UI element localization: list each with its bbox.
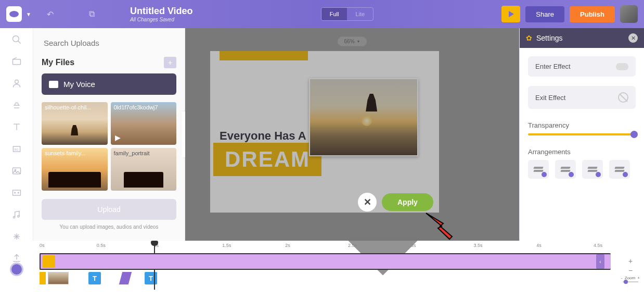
none-icon: [618, 92, 628, 103]
svg-point-14: [13, 216, 15, 218]
clip-text[interactable]: T: [88, 272, 101, 284]
settings-panel: ✿ Settings ✕ Enter Effect Exit Effect Tr…: [519, 28, 644, 241]
tool-rail: BG: [0, 28, 33, 241]
arrange-front-button[interactable]: [528, 160, 549, 179]
folder-icon: [49, 81, 58, 88]
svg-point-0: [12, 36, 19, 42]
arrange-back-button[interactable]: [609, 160, 630, 179]
clip-image[interactable]: [48, 272, 69, 284]
my-files-heading: My Files: [42, 58, 74, 67]
svg-rect-2: [12, 59, 20, 65]
copy-icon[interactable]: ⧉: [89, 9, 95, 19]
mode-full[interactable]: Full: [321, 8, 347, 20]
text-icon[interactable]: [11, 122, 22, 132]
zoom-out-button[interactable]: −: [628, 266, 633, 275]
transparency-slider[interactable]: [528, 133, 636, 135]
upload-note: You can upload images, audios and videos: [42, 224, 176, 230]
zoom-in-button[interactable]: +: [628, 257, 633, 265]
publish-button[interactable]: Publish: [570, 6, 615, 22]
search-uploads-input[interactable]: [42, 34, 176, 54]
svg-point-12: [14, 192, 15, 193]
timeline-track-scene[interactable]: ‹: [40, 253, 611, 270]
upload-thumb[interactable]: silhouette-of-chil...: [42, 102, 108, 145]
close-settings-button[interactable]: ✕: [628, 33, 638, 43]
scene-thumb: [43, 255, 55, 268]
undo-icon[interactable]: ↶: [47, 9, 54, 19]
arrange-forward-button[interactable]: [555, 160, 576, 179]
arrangements-label: Arrangements: [528, 148, 636, 156]
background-icon[interactable]: BG: [11, 144, 22, 154]
svg-point-15: [17, 216, 19, 217]
apply-button[interactable]: Apply: [382, 193, 433, 211]
chevron-down-icon[interactable]: ▼: [26, 11, 31, 17]
timeline-ruler[interactable]: 0s 0.5s 1s 1.5s 2s 2.5s 3s 3.5s 4s 4.5s: [40, 243, 611, 251]
track-handle[interactable]: ‹: [596, 254, 604, 269]
upload-thumb[interactable]: sunsets-family...: [42, 148, 108, 191]
timeline-track-elements[interactable]: T T: [40, 272, 611, 284]
gear-icon: ✿: [526, 34, 532, 42]
effects-icon[interactable]: [11, 231, 22, 242]
clip-text[interactable]: T: [145, 272, 157, 284]
settings-title: Settings: [536, 34, 563, 42]
cancel-button[interactable]: ✕: [358, 193, 377, 212]
play-icon: ▶: [115, 133, 121, 142]
arrow-pointer-icon: [423, 210, 460, 242]
props-icon[interactable]: [11, 100, 22, 110]
timeline-avatar-icon[interactable]: [10, 263, 23, 276]
share-button[interactable]: Share: [525, 6, 564, 22]
add-folder-button[interactable]: +: [164, 57, 176, 68]
scenes-icon[interactable]: [11, 56, 22, 67]
search-icon[interactable]: [11, 34, 22, 45]
project-title[interactable]: Untitled Video: [130, 6, 193, 17]
canvas[interactable]: 66%▼ Everyone Has A DREAM ✕ Apply: [185, 28, 519, 241]
app-logo[interactable]: [6, 6, 22, 22]
svg-line-1: [18, 41, 20, 44]
play-button[interactable]: [501, 6, 520, 22]
clip-transition[interactable]: [119, 272, 132, 284]
exit-effect-row[interactable]: Exit Effect: [528, 86, 636, 109]
save-status: All Changes Saved: [130, 17, 193, 22]
enter-effect-row[interactable]: Enter Effect: [528, 56, 636, 77]
user-avatar[interactable]: [620, 5, 638, 23]
folder-label: My Voice: [63, 80, 95, 89]
svg-point-13: [18, 192, 19, 193]
svg-point-4: [15, 80, 18, 83]
image-icon[interactable]: [11, 166, 22, 176]
uploads-panel: My Files + My Voice silhouette-of-chil..…: [33, 28, 185, 241]
svg-rect-11: [12, 190, 20, 195]
dim-overlay: [185, 28, 519, 241]
arrange-backward-button[interactable]: [582, 160, 603, 179]
upload-button[interactable]: Upload: [42, 199, 176, 220]
toggle-icon: [616, 63, 628, 70]
timeline: 0s 0.5s 1s 1.5s 2s 2.5s 3s 3.5s 4s 4.5s …: [0, 241, 644, 298]
svg-text:BG: BG: [14, 148, 18, 151]
mode-toggle[interactable]: Full Lite: [321, 7, 373, 21]
mode-lite[interactable]: Lite: [347, 8, 373, 20]
transparency-label: Transparency: [528, 121, 636, 129]
audio-icon[interactable]: [11, 209, 22, 220]
upload-thumb[interactable]: family_portrait: [111, 148, 177, 191]
clip-yellow[interactable]: [40, 272, 46, 284]
character-icon[interactable]: [11, 78, 22, 89]
upload-thumb[interactable]: 0ld1f7ofc3kodwj7▶: [111, 102, 177, 145]
timeline-zoom-slider[interactable]: [623, 281, 638, 282]
video-icon[interactable]: [11, 188, 22, 198]
folder-my-voice[interactable]: My Voice: [42, 73, 176, 95]
